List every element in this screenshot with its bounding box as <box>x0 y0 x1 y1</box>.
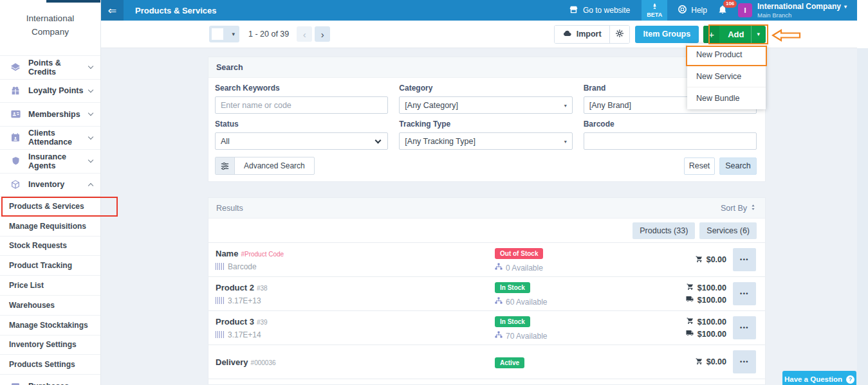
caret-down-icon: ▾ <box>844 4 847 10</box>
settings-button[interactable] <box>610 26 629 43</box>
chevron-down-icon <box>88 87 93 93</box>
sidebar-collapse-button[interactable]: ⇐ <box>101 0 124 21</box>
purchase-price: $100.00 <box>697 296 726 305</box>
tracking-type-select[interactable]: [Any Tracking Type] ▾ <box>399 132 572 150</box>
product-row[interactable]: Product 3#39 3.17E+14 In Stock 70 Availa… <box>208 310 765 345</box>
tracking-type-label: Tracking Type <box>399 120 572 129</box>
name-cell: Product 2#38 3.17E+13 <box>216 283 495 305</box>
advanced-search-button[interactable]: Advanced Search <box>215 157 315 175</box>
status-cell: Out of Stock 0 Available <box>495 247 656 273</box>
menu-item-new-product[interactable]: New Product <box>687 44 766 66</box>
reset-button[interactable]: Reset <box>684 157 715 175</box>
help-label: Help <box>691 6 707 15</box>
row-actions-button[interactable]: ••• <box>733 316 756 339</box>
product-row[interactable]: Name#Product Code Barcode Out of Stock 0… <box>208 242 765 276</box>
account-avatar[interactable]: I <box>738 3 752 17</box>
item-groups-button[interactable]: Item Groups <box>635 26 699 43</box>
available-count: 60 Available <box>506 298 548 307</box>
row-actions-button[interactable]: ••• <box>733 282 756 305</box>
header-right-cluster: Go to website BETA Help 106 I Inte <box>569 0 857 21</box>
app-screen: International Company Points & Credits L… <box>0 0 868 385</box>
chevron-down-icon <box>88 64 93 69</box>
sidebar-subitem-products-settings[interactable]: Products Settings <box>0 354 100 374</box>
notifications-button[interactable]: 106 <box>717 4 728 17</box>
tab-services[interactable]: Services (6) <box>699 222 757 239</box>
status-cell: In Stock 60 Available <box>495 281 656 307</box>
row-actions-button[interactable]: ••• <box>733 248 756 271</box>
gear-icon <box>615 29 624 40</box>
truck-icon <box>685 295 694 305</box>
add-button[interactable]: + Add ▾ <box>703 26 766 43</box>
sort-by-control[interactable]: Sort By <box>721 203 757 213</box>
next-page-button[interactable]: › <box>315 26 330 42</box>
results-tabs: Products (33) Services (6) <box>208 219 765 242</box>
menu-item-new-bundle[interactable]: New Bundle <box>687 87 766 109</box>
subitem-label: Manage Stocktakings <box>9 321 88 330</box>
sidebar-subitem-products-services[interactable]: Products & Services <box>0 196 100 216</box>
sidebar-item-clients-attendance[interactable]: Clients Attendance <box>0 126 100 150</box>
subitem-label: Stock Requests <box>9 241 67 250</box>
search-panel-body: Search Keywords Category [Any Category] … <box>208 78 765 181</box>
sidebar-subitem-warehouses[interactable]: Warehouses <box>0 295 100 315</box>
sale-price: $0.00 <box>706 255 726 264</box>
barcode-input[interactable] <box>584 132 757 150</box>
sidebar: International Company Points & Credits L… <box>0 0 101 385</box>
import-button[interactable]: Import <box>555 26 610 43</box>
tab-products[interactable]: Products (33) <box>633 222 695 239</box>
go-to-website-label: Go to website <box>583 6 630 15</box>
sidebar-item-purchases[interactable]: Purchases <box>0 374 100 385</box>
subitem-label: Product Tracking <box>9 261 72 270</box>
account-menu[interactable]: International Company ▾ Main Branch <box>757 2 847 19</box>
sidebar-subitem-product-tracking[interactable]: Product Tracking <box>0 255 100 275</box>
previous-page-button[interactable]: ‹ <box>297 26 312 42</box>
scrollbar[interactable] <box>857 0 868 385</box>
search-panel: Search Search Keywords Category [Any Cat… <box>208 57 766 182</box>
page-size-select[interactable]: ▾ <box>209 26 239 42</box>
sidebar-subitem-manage-requisitions[interactable]: Manage Requisitions <box>0 216 100 236</box>
search-keywords-label: Search Keywords <box>215 84 388 93</box>
sidebar-item-label: Clients Attendance <box>28 129 89 147</box>
box-icon <box>9 179 22 190</box>
menu-item-new-service[interactable]: New Service <box>687 66 766 87</box>
price-cell: $100.00 $100.00 <box>656 317 726 339</box>
sidebar-item-insurance-agents[interactable]: Insurance Agents <box>0 149 100 173</box>
chevron-down-icon <box>88 134 93 139</box>
sidebar-subitem-stock-requests[interactable]: Stock Requests <box>0 236 100 256</box>
sale-price: $0.00 <box>706 357 726 366</box>
beta-badge[interactable]: BETA <box>642 0 667 21</box>
sidebar-item-memberships[interactable]: Memberships <box>0 102 100 126</box>
price-cell: $100.00 $100.00 <box>656 283 726 305</box>
notification-count-badge: 106 <box>723 0 737 8</box>
beta-label: BETA <box>647 12 662 18</box>
search-button[interactable]: Search <box>719 157 757 175</box>
sidebar-subitem-manage-stocktakings[interactable]: Manage Stocktakings <box>0 315 100 335</box>
row-actions-button[interactable]: ••• <box>733 350 756 373</box>
have-a-question-button[interactable]: Have a Question ? <box>782 371 856 385</box>
help-link[interactable]: Help <box>678 4 707 16</box>
sidebar-subitem-price-list[interactable]: Price List <box>0 275 100 295</box>
status-select[interactable]: All <box>215 132 388 150</box>
product-row[interactable]: Product 2#38 3.17E+13 In Stock 60 Availa… <box>208 276 765 310</box>
sidebar-item-inventory[interactable]: Inventory <box>0 173 100 197</box>
sidebar-item-points-credits[interactable]: Points & Credits <box>0 55 100 79</box>
plus-icon: + <box>703 26 719 43</box>
cart-icon <box>686 317 694 327</box>
sidebar-item-loyalty-points[interactable]: Loyalty Points <box>0 79 100 103</box>
gift-icon <box>9 85 22 96</box>
category-select[interactable]: [Any Category] ▾ <box>399 96 572 114</box>
scrollbar-thumb[interactable] <box>857 0 868 48</box>
chevron-down-icon <box>375 138 382 144</box>
product-row[interactable]: Delivery#000036 Active $0.00 ••• <box>208 345 765 379</box>
pagination-label: 1 - 20 of 39 <box>248 30 289 39</box>
sidebar-subitem-inventory-settings[interactable]: Inventory Settings <box>0 335 100 355</box>
page-title: Products & Services <box>135 6 216 15</box>
stock-status-badge: Active <box>495 357 524 368</box>
results-header: Results Sort By <box>208 198 765 219</box>
cloud-upload-icon <box>562 30 572 39</box>
search-keywords-input[interactable] <box>215 96 388 114</box>
cart-icon <box>695 357 703 367</box>
chevron-right-icon: › <box>321 29 324 40</box>
truck-icon <box>685 329 694 339</box>
actions-cell: ••• <box>726 282 762 305</box>
go-to-website-link[interactable]: Go to website <box>569 5 630 16</box>
